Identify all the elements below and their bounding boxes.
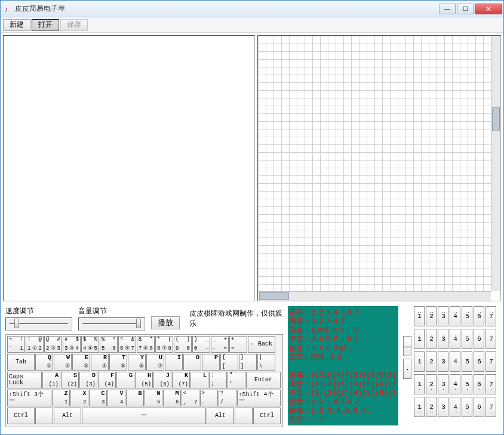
note-key[interactable]: 7·	[485, 374, 496, 394]
note-key[interactable]: 7··	[485, 397, 496, 417]
key[interactable]: K(7)	[172, 372, 190, 388]
key[interactable]: $%4④5	[81, 336, 99, 353]
key[interactable]: )_0-	[192, 336, 210, 353]
key[interactable]: |\	[257, 354, 275, 371]
key[interactable]: X2	[70, 390, 88, 406]
key[interactable]: #$3③4	[63, 336, 81, 353]
key[interactable]: J(6)	[153, 372, 171, 388]
key[interactable]: Y⑥	[128, 354, 146, 371]
note-key[interactable]: 5··	[462, 397, 472, 417]
key[interactable]: F(4)	[98, 372, 116, 388]
blank[interactable]	[35, 408, 53, 424]
key[interactable]: C3	[89, 390, 107, 406]
symbol-key[interactable]: —	[403, 336, 411, 356]
note-key[interactable]: 6··	[474, 397, 484, 417]
key[interactable]: H(5)	[135, 372, 153, 388]
key[interactable]: "'	[228, 372, 245, 388]
key[interactable]: O	[183, 354, 201, 371]
key[interactable]: M6	[163, 390, 181, 406]
note-key[interactable]: 7	[485, 351, 496, 372]
symbol-key[interactable]: ·	[403, 359, 411, 379]
speed-knob[interactable]	[14, 319, 19, 328]
minimize-button[interactable]: —	[439, 4, 456, 14]
key[interactable]: ?/	[219, 390, 236, 406]
shift-right-key[interactable]: ↑Shift 4个一	[237, 390, 281, 406]
key[interactable]: I	[165, 354, 183, 371]
note-key[interactable]: ·6	[474, 329, 484, 349]
key[interactable]: %^56	[100, 336, 118, 353]
key[interactable]: W②	[54, 354, 72, 371]
maximize-button[interactable]: ☐	[457, 4, 474, 14]
note-key[interactable]: ··1	[414, 306, 425, 326]
blank[interactable]	[235, 408, 253, 424]
alt-key[interactable]: Alt	[54, 408, 81, 424]
key[interactable]: T⑤	[109, 354, 127, 371]
key[interactable]: R④	[91, 354, 109, 371]
key[interactable]: Q①	[35, 354, 53, 371]
note-key[interactable]: ··3	[438, 306, 448, 326]
note-key[interactable]: ·5	[462, 329, 472, 349]
key[interactable]: ~!`1	[7, 336, 25, 353]
note-key[interactable]: 1	[414, 351, 425, 372]
note-key[interactable]: ··2	[426, 306, 437, 326]
note-key[interactable]: ··7	[485, 306, 496, 326]
new-button[interactable]: 新建	[3, 19, 30, 31]
key[interactable]: &*7⑥8	[137, 336, 155, 353]
key[interactable]: }]	[239, 354, 257, 371]
key[interactable]: D(3)	[79, 372, 97, 388]
note-key[interactable]: 1··	[414, 397, 425, 417]
note-key[interactable]: ·4	[450, 329, 460, 349]
note-key[interactable]: 6·	[474, 374, 484, 394]
vertical-scrollbar[interactable]	[491, 36, 500, 291]
key[interactable]: @#2②3	[44, 336, 62, 353]
note-key[interactable]: 3··	[438, 397, 448, 417]
note-key[interactable]: 2··	[426, 397, 437, 417]
key[interactable]: L	[190, 372, 208, 388]
key[interactable]: _+-=	[211, 336, 229, 353]
note-key[interactable]: 5·	[462, 374, 472, 394]
volume-knob[interactable]	[136, 319, 141, 328]
key[interactable]: {[	[220, 354, 238, 371]
shift-left-key[interactable]: ↑Shift 3个一	[7, 390, 51, 406]
ctrl-key[interactable]: Ctrl	[253, 408, 281, 424]
note-key[interactable]: ··6	[474, 306, 484, 326]
play-button[interactable]: 播放	[151, 316, 180, 329]
volume-slider[interactable]	[78, 317, 145, 331]
scroll-thumb[interactable]	[259, 292, 289, 300]
key[interactable]: V4	[107, 390, 125, 406]
key[interactable]: G	[116, 372, 134, 388]
tab-key[interactable]: Tab	[7, 354, 35, 371]
key[interactable]: <,7	[182, 390, 199, 406]
note-key[interactable]: ··4	[450, 306, 460, 326]
note-key[interactable]: 3·	[438, 374, 448, 394]
close-button[interactable]: ✕	[475, 4, 502, 14]
note-key[interactable]: ··5	[462, 306, 472, 326]
key[interactable]: S(2)	[61, 372, 79, 388]
note-key[interactable]: ·2	[426, 329, 437, 349]
text-editor[interactable]	[3, 35, 255, 301]
key[interactable]: A(1)	[42, 372, 60, 388]
open-button[interactable]: 打开	[32, 19, 59, 31]
note-key[interactable]: ·3	[438, 329, 448, 349]
note-key[interactable]: ·7	[485, 329, 496, 349]
key[interactable]: Z1	[52, 390, 70, 406]
key[interactable]: :;	[209, 372, 227, 388]
note-key[interactable]: 2	[426, 351, 437, 372]
alt-key[interactable]: Alt	[207, 408, 234, 424]
key[interactable]: +=	[229, 336, 247, 353]
key[interactable]: ^&6⑤7	[118, 336, 136, 353]
scroll-thumb[interactable]	[492, 107, 500, 131]
space-key[interactable]: 一	[82, 408, 206, 424]
note-key[interactable]: 4·	[450, 374, 460, 394]
key[interactable]: B	[126, 390, 144, 406]
speed-slider[interactable]	[5, 317, 72, 331]
note-key[interactable]: ·1	[414, 329, 425, 349]
key[interactable]: U⑦	[146, 354, 164, 371]
note-key[interactable]: 3	[438, 351, 448, 372]
key[interactable]: *(8⑦9	[155, 336, 173, 353]
note-key[interactable]: 6	[474, 351, 484, 372]
note-key[interactable]: 2·	[426, 374, 437, 394]
key[interactable]: N5	[145, 390, 162, 406]
note-key[interactable]: 1·	[414, 374, 425, 394]
key[interactable]: E③	[72, 354, 90, 371]
